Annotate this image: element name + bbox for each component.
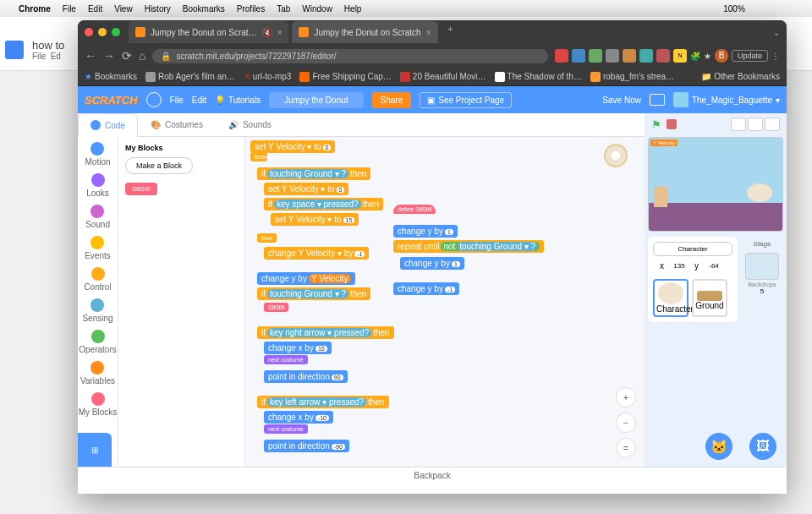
backpack-panel[interactable]: Backpack [78, 467, 787, 485]
category-control[interactable]: Control [84, 267, 111, 292]
extension-icon[interactable] [639, 49, 653, 63]
extension-icon[interactable] [656, 49, 670, 63]
update-button[interactable]: Update [732, 50, 768, 62]
stage-preview[interactable]: Y Velocity [648, 137, 783, 232]
tutorials-button[interactable]: 💡Tutorials [215, 96, 261, 105]
block-define[interactable]: define SitStill [393, 205, 436, 214]
y-field[interactable] [702, 262, 726, 270]
menu-bookmarks[interactable]: Bookmarks [183, 4, 225, 14]
menu-help[interactable]: Help [344, 4, 362, 14]
scratch-logo[interactable]: SCRATCH [85, 94, 138, 107]
close-window-button[interactable] [85, 28, 93, 36]
bookmark-item[interactable]: robag_fm's strea… [590, 72, 674, 82]
category-events[interactable]: Events [85, 236, 111, 260]
block-point-dir[interactable]: point in direction 90 [264, 370, 348, 383]
stage-selector[interactable]: Stage Backdrops 5 [741, 237, 783, 322]
bookmark-item[interactable]: Rob Ager's film an… [145, 72, 235, 82]
category-sensing[interactable]: Sensing [82, 298, 112, 323]
block-else[interactable]: else [257, 233, 277, 243]
menu-file[interactable]: File [170, 96, 184, 105]
bookmark-item[interactable]: ★Bookmarks [85, 72, 137, 81]
extensions-puzzle-icon[interactable]: 🧩 [690, 52, 700, 61]
block-change-var[interactable]: change Y Velocity ▾ by -1 [264, 247, 369, 260]
close-tab-icon[interactable]: × [277, 28, 283, 37]
block-if[interactable]: if key space ▾ pressed? then [264, 198, 383, 211]
zoom-out-button[interactable]: − [616, 413, 636, 433]
fullscreen-button[interactable] [765, 118, 780, 131]
maximize-window-button[interactable] [112, 28, 120, 36]
x-field[interactable] [667, 262, 691, 270]
forward-button[interactable]: → [103, 49, 115, 63]
category-motion[interactable]: Motion [85, 142, 110, 167]
block-if[interactable]: if key left arrow ▾ pressed? then [257, 396, 389, 408]
small-stage-button[interactable] [731, 118, 746, 131]
category-operators[interactable]: Operators [79, 330, 116, 354]
see-project-button[interactable]: ▣See Project Page [420, 92, 512, 108]
mute-icon[interactable]: 🔇 [262, 28, 272, 37]
user-menu[interactable]: The_Magic_Baguette▾ [673, 92, 780, 107]
scripts-canvas[interactable]: set Y Velocity ▾ to 0 forever if touchin… [245, 137, 645, 467]
reload-button[interactable]: ⟳ [122, 49, 132, 63]
bookmark-star-icon[interactable]: ★ [704, 52, 711, 61]
block-point-dir[interactable]: point in direction -90 [264, 440, 349, 452]
my-stuff-icon[interactable] [650, 94, 665, 106]
block-set-var[interactable]: set Y Velocity ▾ to 0 [250, 140, 335, 153]
close-tab-icon[interactable]: × [426, 28, 431, 37]
block-if[interactable]: if key right arrow ▾ pressed? then [257, 326, 394, 339]
tab-sounds[interactable]: 🔊Sounds [216, 113, 284, 136]
block-change-y[interactable]: change y by 1 [400, 257, 464, 270]
minimize-window-button[interactable] [98, 28, 107, 36]
menu-tab[interactable]: Tab [277, 4, 290, 14]
zoom-reset-button[interactable]: = [616, 438, 636, 458]
extension-icon[interactable]: N [673, 49, 687, 63]
extension-icon[interactable] [623, 49, 636, 63]
share-button[interactable]: Share [372, 92, 412, 108]
app-name[interactable]: Chrome [19, 4, 51, 14]
block-change-x[interactable]: change x by 10 [264, 342, 332, 354]
bookmark-item[interactable]: 20 Beautiful Movi… [400, 72, 486, 82]
menu-edit[interactable]: Edit [88, 4, 102, 14]
large-stage-button[interactable] [748, 118, 763, 131]
menu-history[interactable]: History [145, 4, 171, 14]
add-backdrop-button[interactable]: 🖼 [749, 433, 776, 460]
menu-dots-icon[interactable]: ⋮ [771, 52, 780, 61]
menu-edit[interactable]: Edit [192, 96, 206, 105]
sprite-name-field[interactable]: Character [653, 242, 732, 256]
tab-code[interactable]: Code [78, 113, 138, 137]
block-next-costume[interactable]: next costume [264, 424, 308, 434]
custom-block[interactable]: SitStill [125, 183, 157, 195]
sprite-thumbnail[interactable]: Ground [692, 279, 727, 317]
block-change-x[interactable]: change x by -10 [264, 411, 333, 424]
add-extension-button[interactable]: ⊞ [78, 433, 112, 467]
category-my-blocks[interactable]: My Blocks [79, 392, 118, 417]
block-change-y[interactable]: change y by 1 [393, 225, 458, 238]
language-icon[interactable] [146, 92, 162, 107]
block-repeat-until[interactable]: repeat until not touching Ground ▾ ? [393, 240, 544, 253]
block-if[interactable]: if touching Ground ▾ ? then [257, 287, 370, 300]
green-flag-button[interactable]: ⚑ [651, 118, 661, 131]
category-sound[interactable]: Sound [85, 205, 110, 229]
extension-icon[interactable] [589, 49, 602, 63]
chevron-down-icon[interactable]: ⌄ [773, 28, 780, 37]
block-next-costume[interactable]: next costume [264, 355, 308, 364]
stop-button[interactable] [667, 119, 677, 129]
home-button[interactable]: ⌂ [139, 49, 145, 63]
address-bar[interactable]: 🔒 scratch.mit.edu/projects/722297187/edi… [152, 49, 548, 63]
extension-icon[interactable] [572, 49, 585, 63]
sprite-thumbnail[interactable]: Character [653, 279, 689, 317]
block-set-var[interactable]: set Y Velocity ▾ to 15 [271, 213, 359, 226]
block-set-var[interactable]: set Y Velocity ▾ to 0 [264, 183, 348, 195]
bookmark-item[interactable]: ✕url-to-mp3 [244, 72, 292, 81]
block-change-y[interactable]: change y by Y Velocity [257, 272, 355, 285]
block-custom-call[interactable]: SitStill [264, 303, 288, 312]
profile-avatar[interactable]: B [715, 49, 728, 63]
category-variables[interactable]: Variables [80, 361, 115, 386]
tab-costumes[interactable]: 🎨Costumes [138, 113, 216, 136]
block-change-y[interactable]: change y by -1 [393, 282, 459, 295]
tab-2[interactable]: Jumpy the Donut on Scratch × [292, 21, 437, 43]
back-button[interactable]: ← [85, 49, 96, 63]
bookmark-item[interactable]: The Shadow of th… [495, 72, 582, 82]
extension-icon[interactable] [555, 49, 568, 63]
bookmark-item[interactable]: Free Shipping Cap… [299, 72, 391, 82]
other-bookmarks[interactable]: 📁Other Bookmarks [701, 72, 780, 81]
